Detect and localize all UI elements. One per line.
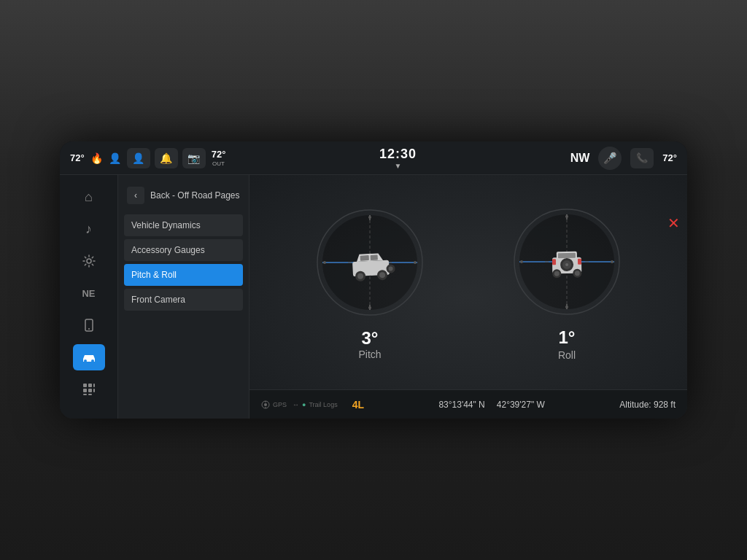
flame-icon: 🔥 [90,152,103,164]
svg-point-45 [520,260,523,263]
status-icon-group: 👤 🔔 📷 [127,148,206,168]
svg-rect-5 [83,384,87,387]
pitch-gauge-circle [311,204,428,321]
coord-north: 83°13'44" N [438,400,484,410]
temp-right: 72° [662,152,677,163]
person-icon-btn[interactable]: 👤 [127,148,150,168]
roll-gauge: 1° Roll [508,203,625,361]
gps-info: GPS ↔ ● Trail Logs [261,400,338,409]
coord-west: 42°39'27" W [497,400,545,410]
svg-rect-6 [88,384,92,387]
clock: 12:30 [379,147,417,162]
status-bar: 72° 🔥 👤 👤 🔔 📷 72° OUT 12:30 ▼ NW 🎤 📞 [60,141,687,175]
menu-accessory-gauges[interactable]: Accessory Gauges [124,239,243,261]
status-center: 12:30 ▼ [231,147,564,170]
close-button[interactable]: ✕ [667,214,680,232]
trail-logs-dot: ● [302,401,306,408]
svg-rect-8 [88,389,92,392]
bottom-bar: GPS ↔ ● Trail Logs 4L 83°13'44" N 42°39'… [249,389,687,419]
svg-rect-10 [88,394,92,395]
svg-point-4 [91,359,94,362]
back-button[interactable]: ‹ [127,187,144,204]
svg-rect-49 [552,259,556,265]
svg-rect-11 [93,384,95,387]
svg-point-42 [565,215,568,218]
sidebar-car[interactable] [73,344,105,370]
svg-point-44 [565,306,568,308]
driver-icon: 👤 [109,152,121,164]
menu-panel: ‹ Back - Off Road Pages Vehicle Dynamics… [118,175,249,419]
svg-point-59 [264,403,267,406]
menu-front-camera[interactable]: Front Camera [124,289,243,311]
svg-point-24 [323,261,326,264]
temp-left: 72° [70,152,85,163]
camera-icon-btn[interactable]: 📷 [182,148,206,168]
svg-rect-7 [83,389,87,392]
coordinates: 83°13'44" N 42°39'27" W [379,400,605,410]
menu-pitch-roll[interactable]: Pitch & Roll [124,264,243,286]
display-area: 3° Pitch [249,175,687,419]
svg-point-21 [368,216,371,219]
svg-rect-26 [360,255,369,261]
svg-rect-9 [83,394,87,395]
roll-gauge-circle [508,203,625,320]
pitch-gauge: 3° Pitch [311,204,428,360]
svg-point-43 [611,260,614,263]
back-label: Back - Off Road Pages [150,190,240,201]
gps-label: GPS [273,401,287,408]
gauges-container: 3° Pitch [249,175,687,389]
svg-rect-50 [578,259,581,265]
status-right: NW 🎤 📞 72° [570,147,677,170]
sidebar-phone[interactable] [73,312,105,338]
phone-icon-btn[interactable]: 📞 [630,148,654,168]
pitch-label: Pitch [358,349,381,360]
svg-rect-12 [93,389,95,392]
temp-out-group: 72° OUT [212,149,226,167]
time-arrow: ▼ [395,162,402,170]
temp-out-label: OUT [212,160,225,168]
svg-point-23 [368,306,371,309]
svg-rect-27 [371,254,378,260]
mic-button[interactable]: 🎤 [598,147,622,170]
sidebar-apps[interactable] [73,376,105,402]
altitude: Altitude: 928 ft [619,400,676,410]
roll-value: 1° [559,327,576,348]
sidebar-nav[interactable]: NE [73,280,105,306]
compass-direction: NW [570,152,590,165]
svg-point-3 [84,359,87,362]
roll-label: Roll [558,349,576,361]
svg-point-0 [87,259,91,263]
sidebar-home[interactable]: ⌂ [73,184,105,210]
svg-point-2 [88,328,90,330]
sidebar-music[interactable]: ♪ [73,216,105,242]
trail-logs-label: Trail Logs [309,401,337,408]
sidebar-settings[interactable] [73,248,105,274]
main-content: ✕ ⌂ ♪ NE [60,175,687,419]
left-sidebar: ⌂ ♪ NE [60,175,118,419]
menu-vehicle-dynamics[interactable]: Vehicle Dynamics [124,214,243,236]
pitch-value: 3° [362,328,379,349]
bell-icon-btn[interactable]: 🔔 [155,148,178,168]
dashboard: 72° 🔥 👤 👤 🔔 📷 72° OUT 12:30 ▼ NW 🎤 📞 [0,0,747,560]
svg-point-22 [414,261,417,264]
menu-header: ‹ Back - Off Road Pages [124,182,243,209]
drive-mode: 4L [352,399,364,411]
svg-rect-48 [558,253,576,258]
temp-out: 72° [212,149,226,160]
infotainment-screen: 72° 🔥 👤 👤 🔔 📷 72° OUT 12:30 ▼ NW 🎤 📞 [60,141,687,419]
